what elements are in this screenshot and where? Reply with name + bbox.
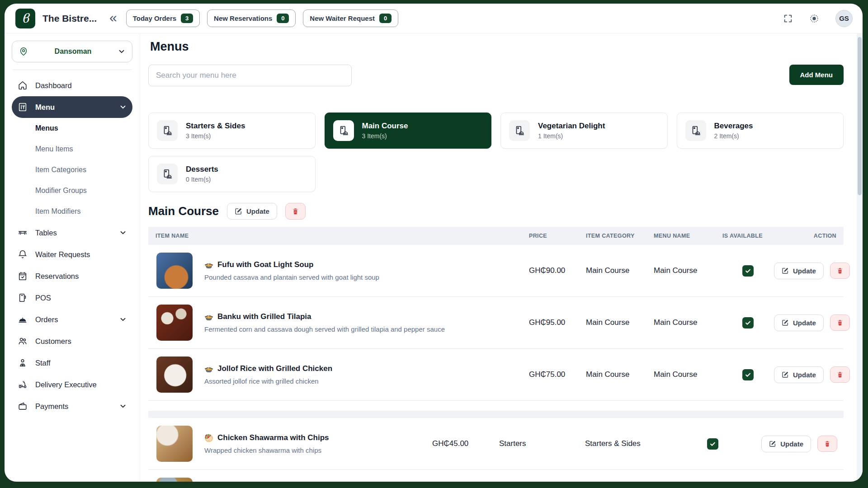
edit-icon [769,440,776,447]
edit-icon [782,371,789,378]
sidebar: Dansoman Dashboard Menu [5,33,140,482]
is-available-checkbox[interactable] [707,438,718,450]
customers-icon [17,336,28,346]
trash-icon [836,267,844,274]
trash-icon [824,440,831,447]
sidebar-item-tables[interactable]: Tables [12,222,132,244]
sidebar-subitem-item-categories[interactable]: Item Categories [12,160,132,180]
item-name: Chicken Shawarma with Chips [217,433,329,442]
is-available-checkbox[interactable] [742,317,754,328]
menu-card-name: Vegetarian Delight [538,122,605,131]
menu-board-icon [157,164,178,184]
delete-item-button[interactable] [817,436,837,452]
sidebar-item-menu[interactable]: Menu [12,96,132,118]
item-description: Wrapped chicken shawarma with chips [204,446,329,454]
sidebar-subitem-menu-items[interactable]: Menu Items [12,139,132,160]
sidebar-subitem-item-modifiers[interactable]: Item Modifiers [12,201,132,222]
delete-item-button[interactable] [830,263,850,279]
theme-toggle-sun-icon[interactable] [809,14,819,23]
location-pin-icon [19,47,28,56]
sidebar-subitem-menus[interactable]: Menus [12,118,132,139]
item-category: Starters [492,439,578,448]
sidebar-collapse-icon[interactable]: « [108,11,119,26]
delete-menu-button[interactable] [285,203,306,220]
sidebar-item-staff[interactable]: Staff [12,352,132,374]
today-orders-label: Today Orders [133,14,176,22]
bell-icon [17,249,28,259]
item-emoji: 🍲 [204,261,213,269]
menu-name: Main Course [646,370,715,379]
item-thumbnail [156,253,193,289]
sidebar-item-pos[interactable]: POS [12,287,132,309]
menu-card-desserts[interactable]: Desserts 0 Item(s) [148,156,316,192]
sidebar-item-dashboard[interactable]: Dashboard [12,75,132,96]
is-available-checkbox[interactable] [742,265,754,277]
sidebar-item-orders[interactable]: Orders [12,309,132,330]
new-reservations-count-badge: 0 [277,14,289,23]
vertical-scrollbar[interactable] [857,33,863,482]
menu-search-input[interactable] [148,65,352,86]
sidebar-subitem-modifier-groups[interactable]: Modifier Groups [12,180,132,201]
chevron-down-icon [118,47,126,56]
delete-item-button[interactable] [830,314,850,331]
item-thumbnail [156,357,193,393]
sidebar-item-label: POS [35,294,51,302]
menu-name: Main Course [646,318,715,327]
sidebar-item-label: Orders [35,315,58,324]
sidebar-item-delivery-executive[interactable]: Delivery Executive [12,374,132,395]
menu-card-name: Main Course [362,122,408,131]
update-item-button[interactable]: Update [774,263,824,279]
item-name: Jollof Rice with Grilled Chicken [217,364,332,373]
column-header: MENU NAME [646,233,715,239]
menu-card-name: Starters & Sides [186,122,245,131]
menu-card-main-course[interactable]: Main Course 3 Item(s) [325,113,492,149]
fullscreen-icon[interactable] [783,14,793,23]
location-selector[interactable]: Dansoman [12,41,132,62]
item-description: Pounded cassava and plantain served with… [204,273,379,281]
update-item-button[interactable]: Update [761,436,811,452]
menu-category-cards: Starters & Sides 3 Item(s) Main Course 3… [148,113,844,192]
add-menu-button[interactable]: Add Menu [789,65,844,85]
is-available-checkbox[interactable] [742,369,754,380]
table-row: 🍲Fufu with Goat Light Soup Pounded cassa… [148,245,844,297]
column-header: ITEM CATEGORY [579,233,646,239]
sidebar-item-waiter-requests[interactable]: Waiter Requests [12,244,132,265]
menu-card-vegetarian-delight[interactable]: Vegetarian Delight 1 Item(s) [500,113,668,149]
location-label: Dansoman [28,47,118,56]
column-header: IS AVAILABLE [715,233,774,239]
brand-logo-glyph: ϐ [22,11,29,25]
sidebar-divider [13,70,132,70]
update-menu-button[interactable]: Update [227,203,277,220]
page-title: Menus [150,40,844,54]
table-row: 🍲Spring Rolls GH₵40.00 Starters Starters… [148,470,844,482]
trash-icon [836,371,844,378]
check-icon [745,267,751,274]
item-thumbnail [156,478,193,482]
sidebar-item-reservations[interactable]: Reservations [12,265,132,287]
check-icon [745,371,751,378]
menu-book-icon [17,102,28,112]
sidebar-item-label: Waiter Requests [35,250,90,259]
user-avatar[interactable]: GS [835,10,853,27]
sidebar-item-payments[interactable]: Payments [12,395,132,417]
scrollbar-thumb[interactable] [858,37,862,195]
sidebar-item-label: Staff [35,359,51,367]
item-description: Fermented corn and cassava dough served … [204,325,445,333]
sidebar-item-customers[interactable]: Customers [12,330,132,352]
menu-card-count: 0 Item(s) [186,176,218,183]
new-waiter-request-label: New Waiter Request [310,14,375,22]
chevron-down-icon [119,103,127,111]
menu-card-starters-sides[interactable]: Starters & Sides 3 Item(s) [148,113,316,149]
menu-card-beverages[interactable]: Beverages 2 Item(s) [677,113,844,149]
update-item-button[interactable]: Update [774,366,824,383]
new-reservations-pill[interactable]: New Reservations 0 [207,9,296,27]
sidebar-item-label: Customers [35,337,71,346]
new-waiter-request-pill[interactable]: New Waiter Request 0 [303,9,398,27]
column-header: ITEM NAME [148,233,522,239]
table-row: 🍲Jollof Rice with Grilled Chicken Assort… [148,349,844,401]
item-thumbnail [156,426,193,462]
menu-card-count: 1 Item(s) [538,132,605,140]
today-orders-pill[interactable]: Today Orders 3 [126,9,200,27]
delete-item-button[interactable] [830,366,850,383]
update-item-button[interactable]: Update [774,314,824,331]
